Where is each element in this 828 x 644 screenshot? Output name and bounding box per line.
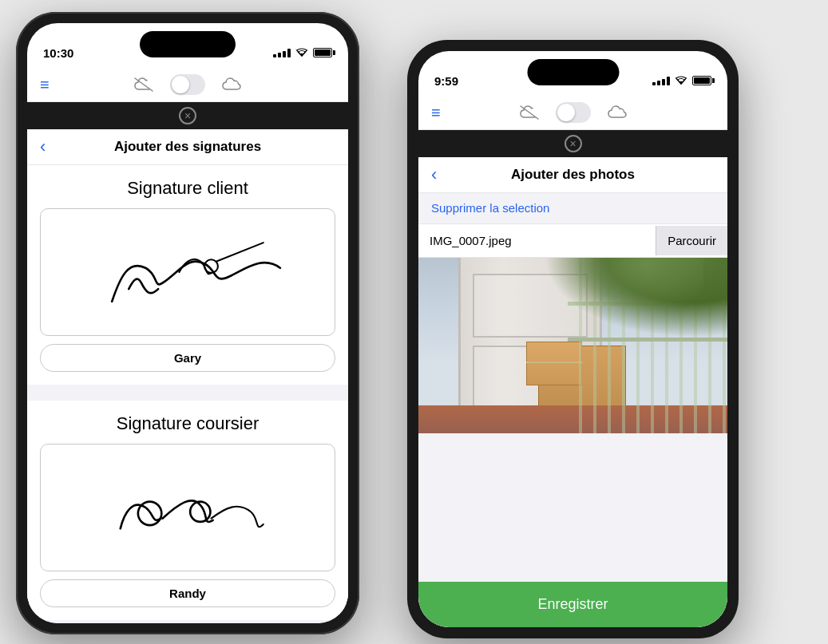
photo-preview [418, 258, 727, 433]
section-divider [27, 385, 348, 401]
phone-photos: 9:59 ≡ [407, 40, 739, 638]
dynamic-island-1 [140, 31, 236, 57]
file-input-row: IMG_0007.jpeg Parcourir [418, 223, 727, 258]
wifi-icon-2 [675, 76, 687, 85]
page-title-1: Ajouter des signatures [114, 139, 261, 155]
client-section-title: Signature client [40, 178, 335, 199]
courier-name-box[interactable]: Randy [40, 579, 335, 607]
nav-header-1: ‹ Ajouter des signatures [27, 129, 348, 165]
wifi-icon-1 [295, 48, 308, 57]
cloud-off-icon-2 [519, 105, 540, 121]
client-signature-svg [41, 209, 335, 335]
cloud-off-icon-1 [133, 77, 154, 93]
file-name-display: IMG_0007.jpeg [418, 224, 656, 257]
time-1: 10:30 [43, 46, 73, 60]
status-icons-2 [652, 76, 711, 85]
nav-header-2: ‹ Ajouter des photos [418, 157, 727, 193]
cloud-on-icon-1 [221, 77, 242, 93]
cloud-on-icon-2 [607, 105, 628, 121]
battery-icon-1 [313, 48, 332, 57]
black-banner-2: × [418, 130, 727, 157]
page-title-2: Ajouter des photos [511, 167, 635, 183]
signal-icon-2 [652, 77, 670, 85]
time-2: 9:59 [434, 74, 458, 88]
courier-signature-svg [41, 444, 335, 571]
toggle-switch-1[interactable] [170, 74, 205, 95]
delete-selection-area: Supprimer la selection [418, 193, 727, 223]
back-button-1[interactable]: ‹ [40, 136, 46, 157]
browse-button[interactable]: Parcourir [656, 226, 727, 255]
courier-signature-section: Signature coursier Randy [27, 401, 348, 620]
courier-section-title: Signature coursier [40, 413, 335, 434]
close-button-1[interactable]: × [179, 107, 196, 124]
toolbar-2: ≡ [418, 96, 727, 130]
signatures-content: Signature client Gary [27, 165, 348, 623]
battery-icon-2 [692, 76, 711, 85]
phone-signatures: 10:30 [16, 12, 359, 634]
delete-selection-button[interactable]: Supprimer la selection [431, 201, 549, 215]
courier-signature-box[interactable] [40, 444, 335, 571]
status-icons-1 [273, 48, 332, 57]
close-button-2[interactable]: × [565, 135, 582, 152]
toggle-switch-2[interactable] [556, 102, 591, 123]
client-name-box[interactable]: Gary [40, 344, 335, 372]
black-banner-1: × [27, 102, 348, 129]
enregistrer-button[interactable]: Enregistrer [418, 582, 727, 627]
scene: 10:30 [0, 0, 828, 644]
signal-icon-1 [273, 49, 291, 57]
menu-icon-2[interactable]: ≡ [431, 104, 441, 122]
client-signature-section: Signature client Gary [27, 165, 348, 385]
back-button-2[interactable]: ‹ [431, 164, 437, 185]
photos-content: Supprimer la selection IMG_0007.jpeg Par… [418, 193, 727, 627]
menu-icon-1[interactable]: ≡ [40, 76, 50, 94]
client-signature-box[interactable] [40, 208, 335, 336]
dynamic-island-2 [527, 59, 619, 85]
